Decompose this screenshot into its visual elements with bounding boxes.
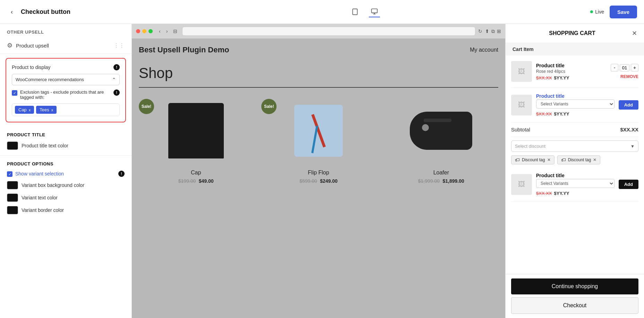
other-upsell-header: OTHER UPSELL xyxy=(0,24,132,37)
product-to-display-info-icon[interactable]: ! xyxy=(113,64,120,70)
browser-bar: ‹ › ⊟ ↻ ⬆ ⧉ ⊞ xyxy=(132,24,505,38)
share-icon[interactable]: ⬆ xyxy=(485,28,489,34)
drag-icon: ⋮⋮ xyxy=(113,42,125,49)
tag-cap-remove[interactable]: x xyxy=(29,108,31,112)
exclusion-row: Exclusion tags - exclude products that a… xyxy=(12,89,120,100)
add-button-2[interactable]: Add xyxy=(619,100,638,110)
browser-dots xyxy=(136,29,153,33)
browser-dot-green[interactable] xyxy=(149,29,153,33)
cart-body: 🖼 Product title Rose red 48pcs $XX.XX $Y… xyxy=(506,55,644,274)
product-upsell-item[interactable]: ⚙ Product upsell ⋮⋮ xyxy=(0,37,132,54)
subtotal-label: Subtotal xyxy=(511,127,530,132)
browser-sidebar-btn[interactable]: ⊟ xyxy=(171,28,179,35)
cart-item-2: 🖼 Product title Select Variants $XX.XX $… xyxy=(511,88,638,122)
copy-icon[interactable]: ⧉ xyxy=(491,28,495,34)
variant-bg-swatch[interactable] xyxy=(7,181,18,189)
product-img-flipflop: Sale! xyxy=(261,96,375,165)
show-variant-row: Show variant selection ! xyxy=(7,171,125,177)
title-color-label: Product title text color xyxy=(22,143,68,148)
discount-tag-2-remove[interactable]: ✕ xyxy=(593,157,596,162)
select-chevron-icon: ⌃ xyxy=(112,77,116,82)
browser-back-btn[interactable]: ‹ xyxy=(157,28,163,35)
svg-rect-0 xyxy=(353,9,357,15)
products-grid: Sale! Cap $199.00 $49.00 S xyxy=(139,96,498,184)
top-bar-right: Live Save xyxy=(590,6,637,18)
variant-text-row: Variant text color xyxy=(7,194,125,202)
tag-cap[interactable]: Cap x xyxy=(15,106,34,114)
cart-close-button[interactable]: ✕ xyxy=(632,29,637,37)
discount-select[interactable]: Select discount ▼ xyxy=(511,140,638,152)
cart-column-header: Cart Item xyxy=(506,43,644,55)
browser-dot-yellow[interactable] xyxy=(142,29,146,33)
product-card-flipflop[interactable]: Sale! Flip Flop $599.00 $249.00 xyxy=(261,96,375,184)
loafer-image xyxy=(410,112,472,150)
product-price-cap: $199.00 $49.00 xyxy=(139,178,253,184)
variant-select-wrapper-2: Select Variants xyxy=(536,100,615,109)
remove-button-1[interactable]: REMOVE xyxy=(620,74,638,79)
cart-item-1-info: Product title Rose red 48pcs $XX.XX $YY.… xyxy=(536,63,607,80)
variant-bg-label: Variant box background color xyxy=(22,182,84,188)
qty-decrease-1[interactable]: - xyxy=(611,64,618,71)
discount-tag-1-remove[interactable]: ✕ xyxy=(547,157,551,162)
url-input[interactable] xyxy=(186,29,472,34)
qty-increase-1[interactable]: + xyxy=(631,64,638,71)
browser-forward-btn[interactable]: › xyxy=(164,28,170,35)
add-button-3[interactable]: Add xyxy=(619,180,638,189)
exclusion-label: Exclusion tags - exclude products that a… xyxy=(20,89,111,100)
variant-text-swatch[interactable] xyxy=(7,194,18,202)
exclusion-checkbox[interactable] xyxy=(12,90,17,96)
exclusion-info-icon[interactable]: ! xyxy=(113,89,120,96)
live-dot xyxy=(590,10,593,13)
product-card-cap[interactable]: Sale! Cap $199.00 $49.00 xyxy=(139,96,253,184)
variant-select-3[interactable]: Select Variants xyxy=(536,179,615,188)
cart-header: SHOPPING CART ✕ xyxy=(506,24,644,43)
tablet-icon[interactable] xyxy=(349,6,361,17)
discount-placeholder: Select discount xyxy=(515,144,630,149)
subtotal-value: $XX.XX xyxy=(620,127,638,132)
page-content: Best Upsell Plugin Demo My account Shop … xyxy=(132,38,505,318)
product-card-loafer[interactable]: Loafer $1,999.00 $1,899.00 xyxy=(384,96,498,184)
show-variant-info-icon[interactable]: ! xyxy=(118,171,125,177)
cart-item-1: 🖼 Product title Rose red 48pcs $XX.XX $Y… xyxy=(511,55,638,88)
browser-dot-red[interactable] xyxy=(136,29,140,33)
cart-item-1-image: 🖼 xyxy=(511,61,532,82)
show-variant-checkbox[interactable] xyxy=(7,171,12,177)
qty-controls-1: - 01 + xyxy=(611,64,638,71)
product-to-display-select[interactable]: WooCommerce recommendations ⌃ xyxy=(12,74,120,85)
tag-icon-2: 🏷 xyxy=(561,157,566,163)
product-price-loafer: $1,999.00 $1,899.00 xyxy=(384,178,498,184)
shopping-cart-panel: SHOPPING CART ✕ Cart Item 🖼 Product titl… xyxy=(505,24,644,318)
site-title: Best Upsell Plugin Demo xyxy=(139,45,229,54)
title-color-swatch[interactable] xyxy=(7,141,18,150)
variant-select-wrapper-3: Select Variants xyxy=(536,179,615,188)
tag-tees[interactable]: Tees x xyxy=(36,106,57,114)
image-placeholder-icon-2: 🖼 xyxy=(518,101,525,109)
back-button[interactable]: ‹ xyxy=(7,7,17,17)
checkout-button[interactable]: Checkout xyxy=(511,297,638,314)
new-tab-icon[interactable]: ⊞ xyxy=(497,28,501,34)
product-to-display-row: Product to display ! xyxy=(12,64,120,70)
tag-tees-remove[interactable]: x xyxy=(51,108,53,112)
product-img-cap: Sale! xyxy=(139,96,253,165)
show-variant-label: Show variant selection xyxy=(15,171,64,177)
variant-select-2[interactable]: Select Variants xyxy=(536,100,615,109)
url-bar[interactable] xyxy=(182,27,475,36)
save-button[interactable]: Save xyxy=(610,6,637,18)
live-label: Live xyxy=(595,9,604,15)
image-placeholder-icon-3: 🖼 xyxy=(518,180,525,188)
svg-rect-2 xyxy=(371,9,377,13)
shop-title: Shop xyxy=(139,65,498,81)
product-upsell-label: Product upsell xyxy=(16,43,49,49)
discount-tag-1: 🏷 Discount tag ✕ xyxy=(511,155,554,164)
desktop-icon[interactable] xyxy=(369,6,380,17)
cart-footer: Continue shopping Checkout xyxy=(506,274,644,318)
product-name-flipflop: Flip Flop xyxy=(261,170,375,176)
refresh-icon[interactable]: ↻ xyxy=(478,28,482,34)
continue-shopping-button[interactable]: Continue shopping xyxy=(511,278,638,294)
product-options-section: PRODUCT OPTIONS Show variant selection !… xyxy=(0,156,132,220)
variant-border-swatch[interactable] xyxy=(7,206,18,214)
nav-my-account[interactable]: My account xyxy=(470,47,498,53)
cart-item-1-subtitle: Rose red 48pcs xyxy=(536,69,607,74)
cart-item-3: 🖼 Product title Select Variants $XX.XX $… xyxy=(511,167,638,202)
variant-text-label: Variant text color xyxy=(22,195,58,200)
